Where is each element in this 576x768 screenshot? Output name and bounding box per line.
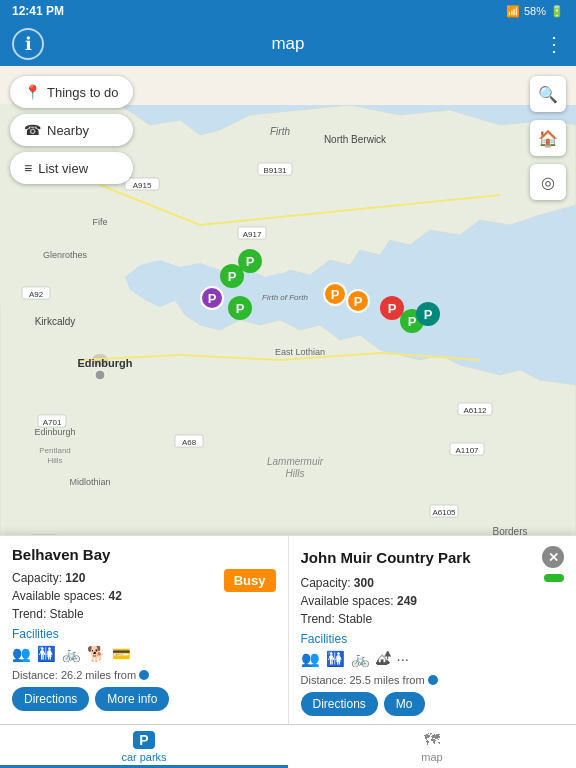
john-muir-title: John Muir Country Park: [301, 549, 471, 566]
distance-indicator-2: [428, 675, 438, 685]
status-bar: 12:41 PM 📶 58% 🔋: [0, 0, 576, 22]
svg-text:Glenrothes: Glenrothes: [43, 250, 88, 260]
parking-marker-5[interactable]: P: [323, 282, 347, 306]
john-muir-moreinfo-button[interactable]: Mo: [384, 692, 425, 716]
belhaven-capacity: Capacity: 120: [12, 571, 85, 585]
info-button[interactable]: ℹ: [12, 28, 44, 60]
john-muir-facilities-link[interactable]: Facilities: [301, 632, 565, 646]
svg-text:North Berwick: North Berwick: [324, 134, 387, 145]
belhaven-facilities-icons: 👥 🚻 🚲 🐕 💳: [12, 645, 276, 663]
person-icon-2: 👥: [301, 650, 320, 668]
svg-text:Pentland: Pentland: [39, 446, 71, 455]
distance-indicator: [139, 670, 149, 680]
svg-text:Firth of Forth: Firth of Forth: [262, 293, 308, 302]
svg-text:A92: A92: [29, 290, 44, 299]
svg-text:Edinburgh: Edinburgh: [34, 427, 75, 437]
picnic-icon: 🏕: [376, 650, 391, 668]
john-muir-trend: Trend: Stable: [301, 612, 373, 626]
parking-marker-3[interactable]: P: [200, 286, 224, 310]
svg-text:Kirkcaldy: Kirkcaldy: [35, 316, 76, 327]
list-view-button[interactable]: ≡ List view: [10, 152, 133, 184]
svg-text:Hills: Hills: [47, 456, 62, 465]
belhaven-spaces: Available spaces: 42: [12, 589, 122, 603]
belhaven-facilities-link[interactable]: Facilities: [12, 627, 276, 641]
john-muir-footer: Distance: 25.5 miles from: [301, 674, 565, 686]
parking-marker-4[interactable]: P: [228, 296, 252, 320]
nearby-label: Nearby: [47, 123, 89, 138]
tab-car-parks[interactable]: P car parks: [0, 725, 288, 768]
parking-marker-6[interactable]: P: [346, 289, 370, 313]
location-cards: Belhaven Bay Capacity: 120 Available spa…: [0, 535, 576, 724]
location-pin-icon: 📍: [24, 84, 41, 100]
john-muir-info: Capacity: 300 Available spaces: 249 Tren…: [301, 574, 418, 628]
svg-text:A915: A915: [133, 181, 152, 190]
john-muir-buttons: Directions Mo: [301, 692, 565, 716]
john-muir-close-button[interactable]: ✕: [542, 546, 564, 568]
nearby-button[interactable]: ☎ Nearby: [10, 114, 133, 146]
more-icon: ···: [397, 650, 410, 668]
wifi-icon: 📶: [506, 5, 520, 18]
location-button[interactable]: ◎: [530, 164, 566, 200]
toilet-icon-2: 🚻: [326, 650, 345, 668]
svg-text:Lammermuir: Lammermuir: [267, 456, 324, 467]
home-icon: 🏠: [538, 129, 558, 148]
svg-text:Hills: Hills: [286, 468, 305, 479]
belhaven-moreinfo-button[interactable]: More info: [95, 687, 169, 711]
belhaven-title: Belhaven Bay: [12, 546, 110, 563]
status-icons: 📶 58% 🔋: [506, 5, 564, 18]
svg-text:A701: A701: [43, 418, 62, 427]
list-icon: ≡: [24, 160, 32, 176]
things-to-do-button[interactable]: 📍 Things to do: [10, 76, 133, 108]
belhaven-bay-card: Belhaven Bay Capacity: 120 Available spa…: [0, 535, 288, 724]
john-muir-spaces: Available spaces: 249: [301, 594, 418, 608]
tab-map[interactable]: 🗺 map: [288, 725, 576, 768]
app-header: ℹ map ⋮: [0, 22, 576, 66]
svg-text:B9131: B9131: [263, 166, 287, 175]
right-controls: 🔍 🏠 ◎: [530, 76, 566, 200]
parking-marker-2[interactable]: P: [238, 249, 262, 273]
cycle-icon: 🚲: [62, 645, 81, 663]
card-payment-icon: 💳: [112, 645, 131, 663]
belhaven-footer: Distance: 26.2 miles from: [12, 669, 276, 681]
list-view-label: List view: [38, 161, 88, 176]
parking-marker-9[interactable]: P: [416, 302, 440, 326]
left-controls: 📍 Things to do ☎ Nearby ≡ List view: [10, 76, 133, 184]
svg-point-73: [95, 370, 105, 380]
battery-text: 58%: [524, 5, 546, 17]
john-muir-facilities-icons: 👥 🚻 🚲 🏕 ···: [301, 650, 565, 668]
tab-car-parks-label: car parks: [121, 751, 166, 763]
toilet-icon: 🚻: [37, 645, 56, 663]
svg-text:A1107: A1107: [455, 446, 479, 455]
menu-button[interactable]: ⋮: [544, 32, 564, 56]
header-title: map: [271, 34, 304, 54]
things-to-do-label: Things to do: [47, 85, 119, 100]
belhaven-directions-button[interactable]: Directions: [12, 687, 89, 711]
svg-text:A917: A917: [243, 230, 262, 239]
belhaven-buttons: Directions More info: [12, 687, 276, 711]
gps-icon: ◎: [541, 173, 555, 192]
john-muir-capacity: Capacity: 300: [301, 576, 374, 590]
battery-icon: 🔋: [550, 5, 564, 18]
svg-text:Firth: Firth: [270, 126, 290, 137]
john-muir-status: [544, 574, 564, 582]
svg-text:A6105: A6105: [432, 508, 456, 517]
belhaven-status: Busy: [224, 569, 276, 592]
belhaven-distance: Distance: 26.2 miles from: [12, 669, 149, 681]
tab-map-label: map: [421, 751, 442, 763]
dog-icon: 🐕: [87, 645, 106, 663]
home-button[interactable]: 🏠: [530, 120, 566, 156]
search-icon: 🔍: [538, 85, 558, 104]
svg-text:Midlothian: Midlothian: [69, 477, 110, 487]
tab-bar: P car parks 🗺 map: [0, 724, 576, 768]
nearby-icon: ☎: [24, 122, 41, 138]
belhaven-trend: Trend: Stable: [12, 607, 84, 621]
status-time: 12:41 PM: [12, 4, 64, 18]
svg-text:Edinburgh: Edinburgh: [78, 357, 133, 369]
svg-text:A6112: A6112: [463, 406, 487, 415]
person-icon: 👥: [12, 645, 31, 663]
svg-text:Fife: Fife: [92, 217, 107, 227]
search-button[interactable]: 🔍: [530, 76, 566, 112]
map-icon: 🗺: [424, 731, 440, 749]
john-muir-distance: Distance: 25.5 miles from: [301, 674, 438, 686]
john-muir-directions-button[interactable]: Directions: [301, 692, 378, 716]
